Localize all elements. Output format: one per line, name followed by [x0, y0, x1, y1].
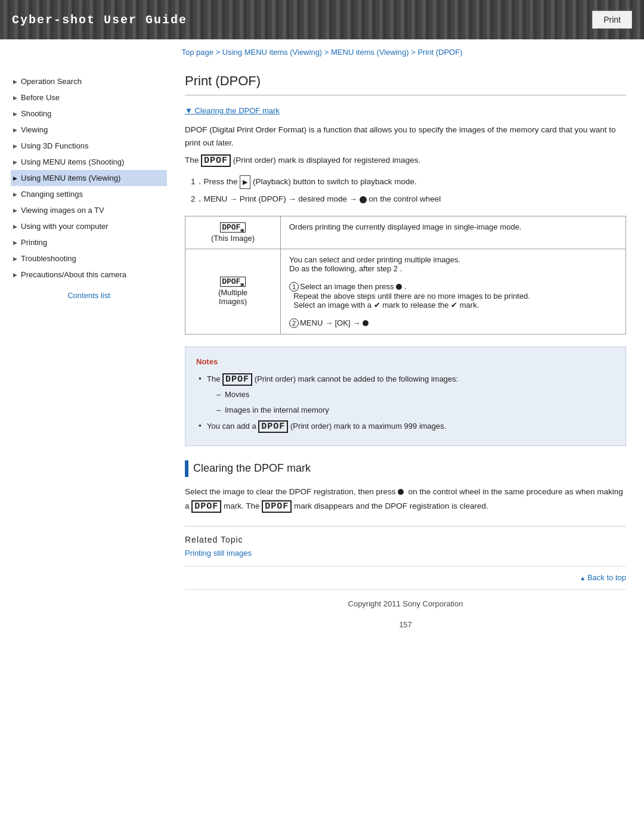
- notes-list: The DPOF (Print order) mark cannot be ad…: [196, 372, 615, 435]
- note-sub-internal: Images in the internal memory: [216, 404, 615, 417]
- note-sub-list: Movies Images in the internal memory: [207, 388, 615, 417]
- arrow-icon: ▶: [13, 111, 17, 117]
- section-bar-icon: [185, 460, 188, 477]
- sidebar-item-label: Printing: [21, 238, 47, 247]
- table-row-multiple: DPOF▣ (MultipleImages) You can select an…: [185, 249, 626, 334]
- dpof-logo: DPOF: [201, 154, 231, 167]
- clearing-dpof-link[interactable]: Clearing the DPOF mark: [185, 106, 626, 115]
- breadcrumb: Top page > Using MENU items (Viewing) > …: [0, 39, 644, 61]
- description-dpof: DPOF (Digital Print Order Format) is a f…: [185, 123, 626, 149]
- main-content: Print (DPOF) Clearing the DPOF mark DPOF…: [173, 61, 644, 651]
- sidebar-item-label: Precautions/About this camera: [21, 270, 126, 279]
- sidebar-item-label: Before Use: [21, 93, 60, 102]
- clearing-section: Clearing the DPOF mark Select the image …: [185, 460, 626, 514]
- sidebar-item-menu-viewing[interactable]: ▶ Using MENU items (Viewing): [11, 170, 167, 186]
- circle-btn-inline: [396, 284, 402, 290]
- footer: Copyright 2011 Sony Corporation: [185, 589, 626, 612]
- table-cell-label-multiple: DPOF▣ (MultipleImages): [185, 249, 281, 334]
- circle-button: [360, 196, 367, 203]
- dpof-logo-note2: DPOF: [258, 420, 288, 433]
- dpof-logo-clear1: DPOF: [191, 500, 221, 513]
- sidebar-item-3d[interactable]: ▶ Using 3D Functions: [11, 138, 167, 154]
- sidebar-item-before-use[interactable]: ▶ Before Use: [11, 89, 167, 106]
- arrow-icon: ▶: [13, 256, 17, 262]
- sidebar-item-troubleshooting[interactable]: ▶ Troubleshooting: [11, 250, 167, 267]
- table-row-this-image: DPOF▣ (This Image) Orders printing the c…: [185, 216, 626, 249]
- breadcrumb-menu-items[interactable]: MENU items (Viewing): [331, 48, 409, 57]
- circle-btn-ok: [363, 320, 369, 326]
- app-title: Cyber-shot User Guide: [12, 13, 187, 27]
- sidebar-item-label: Using with your computer: [21, 222, 109, 231]
- arrow-icon: ▶: [13, 143, 17, 149]
- sidebar-item-viewing[interactable]: ▶ Viewing: [11, 122, 167, 138]
- dpof-logo-clear2: DPOF: [262, 500, 292, 513]
- note-item-1: The DPOF (Print order) mark cannot be ad…: [199, 372, 615, 417]
- sidebar-item-label: Changing settings: [21, 190, 83, 199]
- related-topic: Related Topic Printing still images: [185, 526, 626, 558]
- sidebar-item-computer[interactable]: ▶ Using with your computer: [11, 218, 167, 234]
- playback-icon: ▶: [240, 175, 250, 189]
- arrow-icon: ▶: [13, 175, 17, 181]
- arrow-icon: ▶: [13, 224, 17, 230]
- step-1: 1．Press the ▶ (Playback) button to switc…: [191, 175, 626, 189]
- sidebar-item-shooting[interactable]: ▶ Shooting: [11, 106, 167, 122]
- sidebar-item-label: Viewing: [21, 125, 48, 134]
- copyright-text: Copyright 2011 Sony Corporation: [348, 599, 463, 608]
- notes-box: Notes The DPOF (Print order) mark cannot…: [185, 346, 626, 446]
- sidebar-item-changing-settings[interactable]: ▶ Changing settings: [11, 186, 167, 202]
- sidebar-item-label: Troubleshooting: [21, 254, 76, 263]
- note-item-2: You can add a DPOF (Print order) mark to…: [199, 419, 615, 435]
- table-cell-desc-multiple: You can select and order printing multip…: [281, 249, 626, 334]
- sidebar-item-label: Using MENU items (Viewing): [21, 174, 120, 182]
- arrow-icon: ▶: [13, 95, 17, 101]
- layout: ▶ Operation Search ▶ Before Use ▶ Shooti…: [0, 61, 644, 651]
- clearing-text: Select the image to clear the DPOF regis…: [185, 485, 626, 514]
- sidebar-item-label: Shooting: [21, 109, 51, 118]
- arrow-icon: ▶: [13, 159, 17, 165]
- related-topic-link[interactable]: Printing still images: [185, 549, 252, 558]
- sidebar-item-label: Using 3D Functions: [21, 141, 88, 150]
- arrow-icon: ▶: [13, 127, 17, 133]
- dpof-logo-note1: DPOF: [222, 373, 252, 386]
- header: Cyber-shot User Guide Print: [0, 0, 644, 39]
- page-title: Print (DPOF): [185, 73, 626, 95]
- back-to-top-row: Back to top: [185, 566, 626, 584]
- notes-title: Notes: [196, 355, 615, 368]
- arrow-icon: ▶: [13, 240, 17, 246]
- note-sub-movies: Movies: [216, 388, 615, 401]
- arrow-icon: ▶: [13, 272, 17, 278]
- table-cell-label-this: DPOF▣ (This Image): [185, 216, 281, 249]
- arrow-icon: ▶: [13, 191, 17, 197]
- sidebar-item-operation-search[interactable]: ▶ Operation Search: [11, 73, 167, 89]
- page-number: 157: [185, 612, 626, 633]
- contents-list-link[interactable]: Contents list: [11, 291, 167, 300]
- sidebar-item-label: Viewing images on a TV: [21, 206, 104, 215]
- breadcrumb-top[interactable]: Top page: [181, 48, 213, 57]
- breadcrumb-print-dpof[interactable]: Print (DPOF): [417, 48, 462, 57]
- clearing-heading-text: Clearing the DPOF mark: [193, 462, 311, 475]
- sidebar-item-label: Operation Search: [21, 77, 82, 86]
- related-topic-title: Related Topic: [185, 535, 626, 544]
- sidebar: ▶ Operation Search ▶ Before Use ▶ Shooti…: [0, 61, 173, 312]
- sidebar-item-label: Using MENU items (Shooting): [21, 157, 124, 166]
- step-2: 2．MENU → Print (DPOF) → desired mode → o…: [191, 193, 626, 206]
- sidebar-item-precautions[interactable]: ▶ Precautions/About this camera: [11, 267, 167, 283]
- breadcrumb-viewing-menu[interactable]: Using MENU items (Viewing): [222, 48, 322, 57]
- back-to-top-link[interactable]: Back to top: [580, 573, 626, 582]
- steps-list: 1．Press the ▶ (Playback) button to switc…: [191, 175, 626, 206]
- description-mark: The DPOF (Print order) mark is displayed…: [185, 154, 626, 168]
- clearing-heading: Clearing the DPOF mark: [185, 460, 626, 477]
- print-button[interactable]: Print: [592, 11, 632, 29]
- sidebar-item-viewing-tv[interactable]: ▶ Viewing images on a TV: [11, 202, 167, 218]
- dpof-table: DPOF▣ (This Image) Orders printing the c…: [185, 216, 626, 335]
- arrow-icon: ▶: [13, 208, 17, 213]
- table-cell-desc-this: Orders printing the currently displayed …: [281, 216, 626, 249]
- sidebar-item-printing[interactable]: ▶ Printing: [11, 234, 167, 250]
- sidebar-item-menu-shooting[interactable]: ▶ Using MENU items (Shooting): [11, 154, 167, 170]
- arrow-icon: ▶: [13, 79, 17, 85]
